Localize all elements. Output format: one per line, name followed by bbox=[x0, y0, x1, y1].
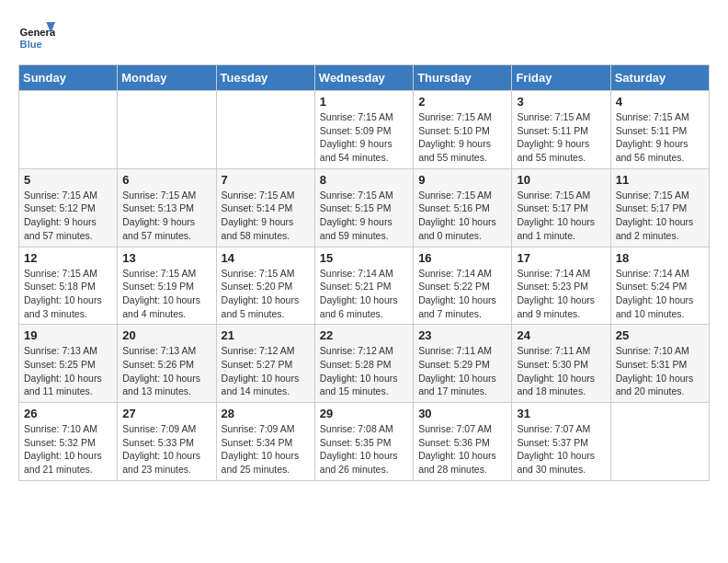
calendar-cell: 16Sunrise: 7:14 AM Sunset: 5:22 PM Dayli… bbox=[414, 247, 512, 325]
day-number: 31 bbox=[517, 407, 605, 420]
day-info: Sunrise: 7:15 AM Sunset: 5:11 PM Dayligh… bbox=[517, 110, 605, 165]
calendar-cell: 25Sunrise: 7:10 AM Sunset: 5:31 PM Dayli… bbox=[610, 325, 709, 403]
day-number: 27 bbox=[122, 407, 210, 420]
calendar-cell: 26Sunrise: 7:10 AM Sunset: 5:32 PM Dayli… bbox=[19, 403, 118, 481]
day-info: Sunrise: 7:12 AM Sunset: 5:27 PM Dayligh… bbox=[222, 344, 310, 398]
svg-text:Blue: Blue bbox=[20, 39, 42, 50]
calendar-week-row: 12Sunrise: 7:15 AM Sunset: 5:18 PM Dayli… bbox=[19, 247, 710, 325]
day-number: 30 bbox=[418, 407, 506, 420]
calendar-table: SundayMondayTuesdayWednesdayThursdayFrid… bbox=[18, 64, 710, 481]
calendar-cell: 14Sunrise: 7:15 AM Sunset: 5:20 PM Dayli… bbox=[216, 247, 314, 325]
day-number: 5 bbox=[24, 173, 112, 187]
calendar-cell: 1Sunrise: 7:15 AM Sunset: 5:09 PM Daylig… bbox=[314, 91, 413, 169]
day-info: Sunrise: 7:15 AM Sunset: 5:17 PM Dayligh… bbox=[517, 189, 605, 243]
day-info: Sunrise: 7:11 AM Sunset: 5:30 PM Dayligh… bbox=[517, 344, 605, 398]
calendar-cell: 3Sunrise: 7:15 AM Sunset: 5:11 PM Daylig… bbox=[512, 91, 610, 169]
calendar-cell bbox=[216, 91, 314, 169]
day-info: Sunrise: 7:15 AM Sunset: 5:15 PM Dayligh… bbox=[320, 189, 408, 243]
day-info: Sunrise: 7:15 AM Sunset: 5:19 PM Dayligh… bbox=[122, 267, 210, 321]
day-info: Sunrise: 7:15 AM Sunset: 5:13 PM Dayligh… bbox=[122, 189, 210, 243]
day-number: 7 bbox=[222, 173, 310, 187]
day-info: Sunrise: 7:10 AM Sunset: 5:32 PM Dayligh… bbox=[24, 422, 112, 477]
day-number: 6 bbox=[122, 173, 210, 187]
calendar-week-row: 1Sunrise: 7:15 AM Sunset: 5:09 PM Daylig… bbox=[19, 91, 710, 169]
day-number: 14 bbox=[222, 251, 310, 265]
day-info: Sunrise: 7:11 AM Sunset: 5:29 PM Dayligh… bbox=[418, 344, 506, 398]
day-info: Sunrise: 7:15 AM Sunset: 5:09 PM Dayligh… bbox=[320, 110, 408, 165]
logo-icon: General Blue bbox=[18, 18, 55, 55]
day-number: 23 bbox=[418, 328, 506, 342]
day-number: 24 bbox=[517, 328, 605, 342]
day-info: Sunrise: 7:15 AM Sunset: 5:10 PM Dayligh… bbox=[418, 110, 506, 165]
calendar-week-row: 26Sunrise: 7:10 AM Sunset: 5:32 PM Dayli… bbox=[19, 403, 710, 481]
weekday-header-tuesday: Tuesday bbox=[216, 65, 314, 91]
day-info: Sunrise: 7:10 AM Sunset: 5:31 PM Dayligh… bbox=[616, 344, 704, 398]
calendar-cell: 8Sunrise: 7:15 AM Sunset: 5:15 PM Daylig… bbox=[314, 168, 413, 247]
day-number: 8 bbox=[320, 173, 408, 187]
day-info: Sunrise: 7:15 AM Sunset: 5:17 PM Dayligh… bbox=[616, 189, 704, 243]
calendar-cell: 4Sunrise: 7:15 AM Sunset: 5:11 PM Daylig… bbox=[610, 91, 709, 169]
calendar-week-row: 5Sunrise: 7:15 AM Sunset: 5:12 PM Daylig… bbox=[19, 168, 710, 247]
day-info: Sunrise: 7:07 AM Sunset: 5:37 PM Dayligh… bbox=[517, 422, 605, 477]
day-number: 9 bbox=[418, 173, 506, 187]
calendar-cell: 6Sunrise: 7:15 AM Sunset: 5:13 PM Daylig… bbox=[118, 168, 216, 247]
weekday-header-sunday: Sunday bbox=[19, 65, 118, 91]
day-info: Sunrise: 7:13 AM Sunset: 5:25 PM Dayligh… bbox=[24, 344, 112, 398]
day-number: 13 bbox=[122, 251, 210, 265]
day-number: 15 bbox=[320, 251, 408, 265]
weekday-header-saturday: Saturday bbox=[610, 65, 709, 91]
day-number: 21 bbox=[222, 328, 310, 342]
calendar-cell: 15Sunrise: 7:14 AM Sunset: 5:21 PM Dayli… bbox=[314, 247, 413, 325]
day-number: 3 bbox=[517, 95, 605, 109]
day-info: Sunrise: 7:15 AM Sunset: 5:11 PM Dayligh… bbox=[616, 110, 704, 165]
day-number: 29 bbox=[320, 407, 408, 420]
calendar-cell: 2Sunrise: 7:15 AM Sunset: 5:10 PM Daylig… bbox=[414, 91, 512, 169]
day-number: 20 bbox=[122, 328, 210, 342]
day-info: Sunrise: 7:07 AM Sunset: 5:36 PM Dayligh… bbox=[418, 422, 506, 477]
day-number: 25 bbox=[616, 328, 704, 342]
calendar-cell: 9Sunrise: 7:15 AM Sunset: 5:16 PM Daylig… bbox=[414, 168, 512, 247]
page-header: General Blue bbox=[18, 18, 710, 55]
day-info: Sunrise: 7:08 AM Sunset: 5:35 PM Dayligh… bbox=[320, 422, 408, 477]
logo: General Blue bbox=[18, 18, 57, 55]
day-number: 16 bbox=[418, 251, 506, 265]
day-info: Sunrise: 7:15 AM Sunset: 5:14 PM Dayligh… bbox=[222, 189, 310, 243]
calendar-cell: 31Sunrise: 7:07 AM Sunset: 5:37 PM Dayli… bbox=[512, 403, 610, 481]
calendar-cell: 18Sunrise: 7:14 AM Sunset: 5:24 PM Dayli… bbox=[610, 247, 709, 325]
weekday-header-row: SundayMondayTuesdayWednesdayThursdayFrid… bbox=[19, 65, 710, 91]
calendar-cell: 12Sunrise: 7:15 AM Sunset: 5:18 PM Dayli… bbox=[19, 247, 118, 325]
day-info: Sunrise: 7:15 AM Sunset: 5:12 PM Dayligh… bbox=[24, 189, 112, 243]
calendar-cell: 22Sunrise: 7:12 AM Sunset: 5:28 PM Dayli… bbox=[314, 325, 413, 403]
day-info: Sunrise: 7:12 AM Sunset: 5:28 PM Dayligh… bbox=[320, 344, 408, 398]
day-info: Sunrise: 7:14 AM Sunset: 5:21 PM Dayligh… bbox=[320, 267, 408, 321]
calendar-cell: 13Sunrise: 7:15 AM Sunset: 5:19 PM Dayli… bbox=[118, 247, 216, 325]
calendar-cell: 5Sunrise: 7:15 AM Sunset: 5:12 PM Daylig… bbox=[19, 168, 118, 247]
calendar-cell: 23Sunrise: 7:11 AM Sunset: 5:29 PM Dayli… bbox=[414, 325, 512, 403]
calendar-cell: 24Sunrise: 7:11 AM Sunset: 5:30 PM Dayli… bbox=[512, 325, 610, 403]
day-info: Sunrise: 7:15 AM Sunset: 5:18 PM Dayligh… bbox=[24, 267, 112, 321]
calendar-cell: 10Sunrise: 7:15 AM Sunset: 5:17 PM Dayli… bbox=[512, 168, 610, 247]
calendar-cell: 20Sunrise: 7:13 AM Sunset: 5:26 PM Dayli… bbox=[118, 325, 216, 403]
calendar-cell: 19Sunrise: 7:13 AM Sunset: 5:25 PM Dayli… bbox=[19, 325, 118, 403]
calendar-cell bbox=[118, 91, 216, 169]
day-info: Sunrise: 7:09 AM Sunset: 5:34 PM Dayligh… bbox=[222, 422, 310, 477]
day-number: 18 bbox=[616, 251, 704, 265]
calendar-cell: 21Sunrise: 7:12 AM Sunset: 5:27 PM Dayli… bbox=[216, 325, 314, 403]
day-info: Sunrise: 7:14 AM Sunset: 5:24 PM Dayligh… bbox=[616, 267, 704, 321]
weekday-header-friday: Friday bbox=[512, 65, 610, 91]
day-number: 17 bbox=[517, 251, 605, 265]
calendar-cell bbox=[610, 403, 709, 481]
weekday-header-monday: Monday bbox=[118, 65, 216, 91]
day-number: 4 bbox=[616, 95, 704, 109]
day-number: 19 bbox=[24, 328, 112, 342]
day-info: Sunrise: 7:14 AM Sunset: 5:23 PM Dayligh… bbox=[517, 267, 605, 321]
day-number: 1 bbox=[320, 95, 408, 109]
calendar-cell: 27Sunrise: 7:09 AM Sunset: 5:33 PM Dayli… bbox=[118, 403, 216, 481]
calendar-cell: 11Sunrise: 7:15 AM Sunset: 5:17 PM Dayli… bbox=[610, 168, 709, 247]
day-number: 26 bbox=[24, 407, 112, 420]
day-number: 12 bbox=[24, 251, 112, 265]
day-number: 28 bbox=[222, 407, 310, 420]
calendar-cell: 30Sunrise: 7:07 AM Sunset: 5:36 PM Dayli… bbox=[414, 403, 512, 481]
calendar-cell: 29Sunrise: 7:08 AM Sunset: 5:35 PM Dayli… bbox=[314, 403, 413, 481]
day-info: Sunrise: 7:09 AM Sunset: 5:33 PM Dayligh… bbox=[122, 422, 210, 477]
